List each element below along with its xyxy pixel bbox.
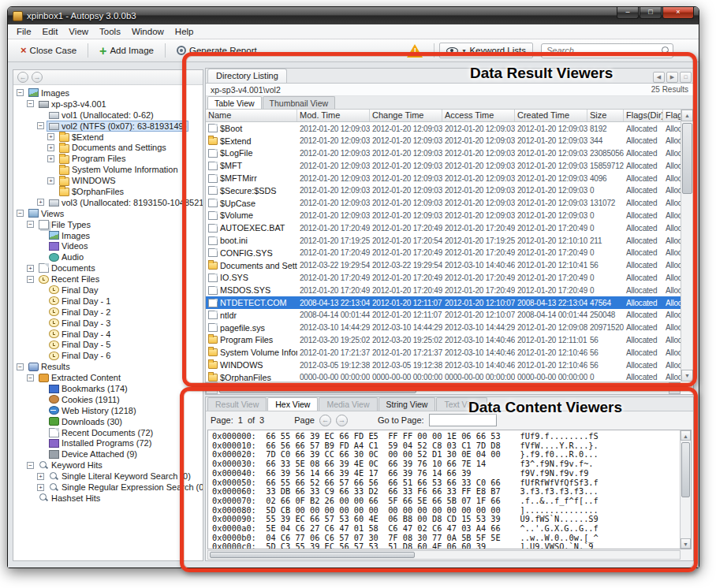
search-icon[interactable] — [662, 47, 669, 54]
next-page-button[interactable]: → — [336, 415, 348, 426]
tree-item-web-history-1218[interactable]: Web History (1218) — [13, 405, 203, 416]
tree-item-vol2-ntfs-0x07-63-8193149[interactable]: −vol2 (NTFS (0x07): 63-8193149) — [13, 121, 203, 132]
tree-item-recent-documents-72[interactable]: Recent Documents (72) — [13, 427, 203, 438]
forward-button[interactable]: → — [32, 72, 43, 83]
generate-report-button[interactable]: Generate Report — [170, 43, 263, 58]
column-header-access-time[interactable]: Access Time — [442, 110, 515, 121]
expand-icon[interactable]: + — [47, 144, 54, 151]
collapse-icon[interactable]: − — [27, 100, 34, 107]
tree-item-extracted-content[interactable]: −Extracted Content — [13, 372, 203, 383]
collapse-icon[interactable]: − — [17, 210, 24, 217]
tree-item-audio[interactable]: Audio — [13, 251, 203, 262]
scroll-up-icon[interactable]: ▲ — [681, 110, 693, 121]
table-row-mftmirr[interactable]: $MFTMirr2012-01-20 12:09:032012-01-20 12… — [206, 172, 681, 184]
tree-item-vol3-unallocated-8193150-10485215[interactable]: +vol3 (Unallocated: 8193150-10485215) — [13, 197, 203, 208]
hex-horizontal-scrollbar[interactable] — [207, 550, 681, 560]
tree-item-xp-sp3-v4-001[interactable]: −xp-sp3-v4.001 — [13, 99, 203, 110]
menu-help[interactable]: Help — [170, 25, 200, 38]
tree-item-documents-and-settings[interactable]: +Documents and Settings — [13, 142, 203, 153]
table-row-secure-sds[interactable]: $Secure:$SDS2012-01-20 12:09:032012-01-2… — [206, 184, 681, 197]
menu-file[interactable]: File — [11, 25, 37, 38]
tab-directory-listing[interactable]: Directory Listing — [207, 69, 287, 83]
tree-item-file-types[interactable]: −File Types — [13, 219, 203, 230]
tree-item-images[interactable]: Images — [13, 230, 203, 241]
panel-maximize-button[interactable]: □ — [680, 72, 692, 83]
expand-icon[interactable]: + — [47, 133, 54, 140]
table-row-system-volume-information[interactable]: System Volume Information2012-01-20 17:2… — [206, 346, 681, 359]
keyword-lists-button[interactable]: ▾ Keyword Lists — [439, 43, 533, 58]
tree-item-system-volume-information[interactable]: System Volume Information — [13, 164, 203, 175]
minimize-button[interactable]: – — [617, 7, 639, 19]
tree-item-single-regular-expression-search-0[interactable]: +Single Regular Expression Search (0) — [13, 482, 203, 493]
tree-item-final-day-5[interactable]: Final Day - 5 — [13, 339, 203, 350]
menu-window[interactable]: Window — [126, 25, 170, 38]
expand-icon[interactable]: + — [37, 199, 44, 206]
table-row-volume[interactable]: $Volume2012-01-20 12:09:032012-01-20 12:… — [206, 210, 681, 222]
expand-icon[interactable]: + — [37, 473, 44, 480]
tab-table-view[interactable]: Table View — [207, 96, 262, 109]
previous-page-button[interactable]: ← — [319, 415, 331, 426]
close-button[interactable]: × — [662, 7, 694, 19]
scroll-down-icon[interactable]: ▼ — [681, 370, 693, 381]
table-row-upcase[interactable]: $UpCase2012-01-20 12:09:032012-01-20 12:… — [206, 197, 681, 210]
collapse-icon[interactable]: − — [17, 89, 24, 96]
table-row-logfile[interactable]: $LogFile2012-01-20 12:09:032012-01-20 12… — [206, 147, 681, 160]
scroll-thumb[interactable] — [210, 552, 415, 558]
expand-icon[interactable]: + — [47, 155, 54, 162]
tab-scroll-right-button[interactable]: ▶ — [666, 72, 678, 83]
tree-item-final-day-1[interactable]: Final Day - 1 — [13, 296, 203, 307]
column-header-change-time[interactable]: Change Time — [370, 110, 442, 121]
tab-thumbnail-view[interactable]: Thumbnail View — [263, 96, 336, 109]
table-row-program-files[interactable]: Program Files2012-03-20 19:25:022012-03-… — [206, 334, 681, 347]
table-row-mft[interactable]: $MFT2012-01-20 12:09:032012-01-20 12:09:… — [206, 159, 681, 172]
table-row-io-sys[interactable]: IO.SYS2012-01-20 17:20:492012-01-20 17:2… — [206, 272, 681, 285]
tree-item-device-attached-9[interactable]: Device Attached (9) — [13, 448, 203, 460]
table-row-pagefile-sys[interactable]: pagefile.sys2012-03-10 14:44:292012-03-1… — [206, 322, 681, 334]
close-case-button[interactable]: × Close Case — [14, 43, 83, 58]
table-row-msdos-sys[interactable]: MSDOS.SYS2012-01-20 17:20:492012-01-20 1… — [206, 284, 681, 296]
menu-view[interactable]: View — [63, 25, 94, 38]
tree-item-final-day[interactable]: Final Day — [13, 285, 203, 296]
table-row-windows[interactable]: WINDOWS2012-03-05 19:12:382012-03-05 19:… — [206, 359, 681, 371]
tree-item-hashset-hits[interactable]: Hashset Hits — [13, 493, 203, 504]
tree-item-windows[interactable]: +WINDOWS — [13, 175, 203, 186]
scroll-thumb[interactable] — [682, 123, 692, 194]
menu-edit[interactable]: Edit — [37, 25, 64, 38]
column-header-name[interactable]: Name — [206, 110, 297, 121]
maximize-button[interactable]: □ — [640, 7, 662, 19]
ingest-warning-icon[interactable]: ! — [407, 44, 423, 58]
scroll-thumb[interactable] — [219, 383, 416, 393]
tree-item-videos[interactable]: Videos — [13, 240, 203, 251]
expand-icon[interactable]: + — [37, 484, 44, 491]
column-header-size[interactable]: Size — [587, 110, 624, 121]
search-input[interactable] — [542, 44, 673, 58]
menu-tools[interactable]: Tools — [94, 25, 126, 38]
tree-item-recent-files[interactable]: −Recent Files — [13, 274, 203, 285]
tree-item-cookies-1911[interactable]: Cookies (1911) — [13, 394, 203, 405]
scroll-left-icon[interactable]: ◀ — [206, 382, 218, 394]
table-row-documents-and-settings[interactable]: Documents and Settings2012-03-22 19:29:5… — [206, 259, 681, 272]
table-row-extend[interactable]: $Extend2012-01-20 12:09:032012-01-20 12:… — [206, 135, 681, 147]
expand-icon[interactable]: + — [27, 265, 34, 272]
collapse-icon[interactable]: − — [17, 363, 24, 370]
tree-item-single-literal-keyword-search-0[interactable]: +Single Literal Keyword Search (0) — [13, 471, 203, 482]
collapse-icon[interactable]: − — [27, 221, 34, 228]
collapse-icon[interactable]: − — [37, 122, 44, 129]
tree-item-results[interactable]: −Results — [13, 361, 203, 372]
tree-item-vol1-unallocated-0-62[interactable]: vol1 (Unallocated: 0-62) — [13, 110, 203, 121]
tree-item-final-day-2[interactable]: Final Day - 2 — [13, 307, 203, 318]
column-header-flags-meta[interactable]: Flags(Meta) — [663, 110, 681, 121]
column-header-mod-time[interactable]: Mod. Time — [297, 110, 370, 121]
tree-item-final-day-6[interactable]: Final Day - 6 — [13, 350, 203, 361]
table-row-boot-ini[interactable]: boot.ini2012-01-20 17:19:252012-01-20 17… — [206, 234, 681, 247]
tree-item-installed-programs-72[interactable]: Installed Programs (72) — [13, 438, 203, 449]
tree-item-downloads-30[interactable]: Downloads (30) — [13, 416, 203, 427]
column-header-flags-dir[interactable]: Flags(Dir) — [624, 110, 663, 121]
collapse-icon[interactable]: − — [27, 374, 34, 381]
scroll-right-icon[interactable]: ▶ — [669, 382, 681, 394]
table-row-orphanfiles[interactable]: $OrphanFiles0000-00-00 00:00:000000-00-0… — [206, 371, 681, 381]
goto-page-input[interactable] — [429, 414, 497, 426]
table-vertical-scrollbar[interactable]: ▲ ▼ — [681, 110, 693, 381]
tree-item-final-day-4[interactable]: Final Day - 4 — [13, 329, 203, 340]
expand-icon[interactable]: + — [47, 177, 54, 184]
